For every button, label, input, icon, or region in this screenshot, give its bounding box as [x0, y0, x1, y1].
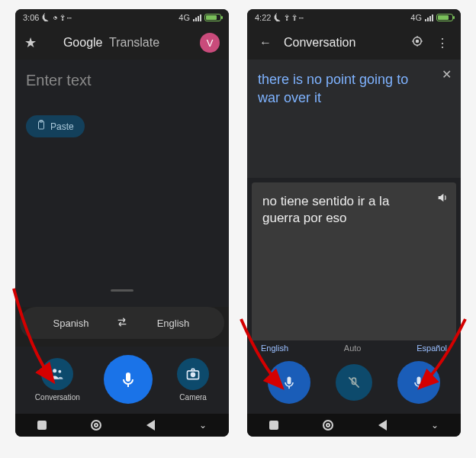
back-arrow-button[interactable]: ←: [256, 33, 275, 53]
phone-conversation: 4:22 ⏾ ⇪ ⇧ ⋯ 4G ← Conversation ⋮ ✕ there…: [247, 9, 461, 437]
app-header: ★ Google Translate V: [15, 26, 229, 60]
close-icon[interactable]: ✕: [442, 67, 452, 82]
svg-point-3: [59, 369, 62, 373]
source-language[interactable]: Spanish: [29, 318, 113, 329]
nav-extra[interactable]: ⌄: [431, 420, 439, 431]
speaker-icon[interactable]: [436, 192, 449, 206]
signal-icon: [425, 15, 433, 21]
avatar-initial: V: [207, 37, 214, 49]
home-button[interactable]: [323, 420, 333, 431]
conversation-languages: English Auto Español: [247, 340, 461, 353]
nav-extra[interactable]: ⌄: [199, 420, 207, 431]
mic-left-button[interactable]: [268, 361, 310, 404]
brand-text: Google: [63, 36, 103, 50]
language-row: Spanish English: [20, 307, 224, 339]
face-to-face-button[interactable]: [407, 31, 427, 54]
camera-icon: [177, 358, 209, 390]
app-name-text: Translate: [109, 36, 159, 50]
svg-rect-14: [417, 377, 421, 385]
mic-action[interactable]: [104, 355, 153, 404]
action-row: Conversation Camera: [15, 347, 229, 414]
recents-button[interactable]: [269, 421, 278, 430]
phone-translate-home: 3:06 ⏾ ◔ ⇪ ⋯ 4G ★ Google Translate V Ent…: [15, 9, 229, 437]
battery-icon: [204, 14, 221, 21]
conv-lang-left[interactable]: English: [261, 344, 288, 353]
auto-mic-button[interactable]: [336, 364, 372, 401]
conversation-icon: [41, 358, 73, 390]
translate-body: Enter text Paste: [15, 60, 229, 307]
system-nav: ⌄: [247, 414, 461, 437]
overflow-menu-button[interactable]: ⋮: [433, 33, 452, 53]
status-time: 4:22: [255, 13, 271, 22]
clipboard-icon: [37, 120, 46, 133]
camera-action[interactable]: Camera: [177, 358, 209, 402]
svg-point-9: [416, 40, 419, 43]
target-language[interactable]: English: [131, 318, 215, 329]
status-bar: 4:22 ⏾ ⇪ ⇧ ⋯ 4G: [247, 9, 461, 26]
svg-rect-10: [287, 377, 291, 385]
translation-text: no tiene sentido ir a la guerra por eso: [262, 193, 426, 228]
recents-button[interactable]: [37, 421, 47, 430]
system-nav: ⌄: [15, 414, 229, 437]
conversation-actions: [247, 353, 461, 414]
drag-handle[interactable]: [111, 289, 133, 292]
conv-lang-right[interactable]: Español: [416, 344, 447, 353]
conv-lang-auto[interactable]: Auto: [344, 344, 362, 353]
status-net: 4G: [410, 13, 422, 22]
battery-icon: [436, 14, 453, 21]
source-text: there is no point going to war over it: [258, 70, 430, 108]
status-indicators: ⏾ ◔ ⇪ ⋯: [42, 13, 71, 22]
microphone-icon: [104, 355, 153, 404]
status-bar: 3:06 ⏾ ◔ ⇪ ⋯ 4G: [15, 9, 229, 26]
source-text-box[interactable]: ✕ there is no point going to war over it: [247, 60, 461, 178]
conversation-body: ✕ there is no point going to war over it…: [247, 60, 461, 340]
home-button[interactable]: [91, 420, 101, 431]
translation-text-box[interactable]: no tiene sentido ir a la guerra por eso: [252, 182, 456, 340]
camera-label: Camera: [179, 393, 207, 402]
svg-rect-4: [126, 373, 130, 382]
svg-point-2: [53, 369, 56, 373]
status-indicators: ⏾ ⇪ ⇧ ⋯: [274, 13, 303, 22]
paste-button[interactable]: Paste: [26, 115, 85, 137]
signal-icon: [193, 15, 201, 21]
swap-languages-button[interactable]: [113, 314, 131, 332]
back-button[interactable]: [146, 420, 155, 431]
conversation-label: Conversation: [35, 393, 80, 402]
mic-right-button[interactable]: [397, 361, 440, 404]
svg-point-7: [191, 373, 195, 376]
avatar[interactable]: V: [200, 33, 220, 53]
status-net: 4G: [178, 13, 190, 22]
conversation-action[interactable]: Conversation: [35, 358, 80, 402]
enter-text-placeholder[interactable]: Enter text: [26, 72, 218, 89]
app-title: Google Translate: [29, 36, 194, 50]
svg-line-13: [349, 377, 359, 387]
status-time: 3:06: [23, 13, 39, 22]
paste-label: Paste: [50, 121, 74, 132]
header-title: Conversation: [284, 36, 401, 50]
app-header: ← Conversation ⋮: [247, 26, 461, 60]
back-button[interactable]: [378, 420, 387, 431]
